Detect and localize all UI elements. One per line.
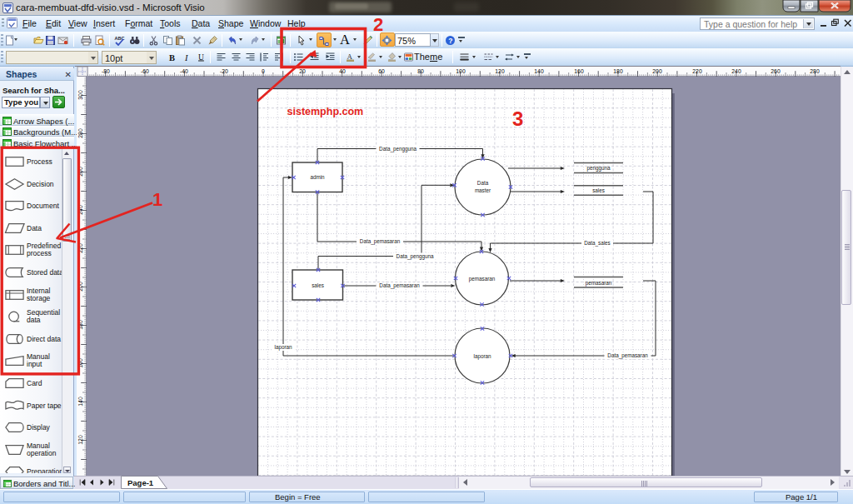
svg-text:280: 280 xyxy=(810,68,820,74)
svg-text:laporan: laporan xyxy=(274,344,292,351)
svg-text:280: 280 xyxy=(77,128,83,138)
svg-text:-60: -60 xyxy=(141,68,149,74)
svg-text:160: 160 xyxy=(574,68,584,74)
svg-text:Data_pemasaran: Data_pemasaran xyxy=(360,238,401,245)
svg-text:pemasaran: pemasaran xyxy=(586,280,612,287)
svg-text:pemasaran: pemasaran xyxy=(469,276,496,282)
svg-text:180: 180 xyxy=(77,320,83,330)
svg-text:20: 20 xyxy=(299,68,306,74)
svg-text:sales: sales xyxy=(312,282,324,288)
svg-text:pengguna: pengguna xyxy=(586,165,611,172)
svg-text:admin: admin xyxy=(310,174,325,180)
svg-text:0: 0 xyxy=(262,68,265,74)
svg-text:Data_pemasaran: Data_pemasaran xyxy=(379,282,420,289)
svg-text:40: 40 xyxy=(339,68,346,74)
svg-text:-40: -40 xyxy=(180,68,188,74)
svg-text:60: 60 xyxy=(378,68,385,74)
svg-text:200: 200 xyxy=(77,282,83,292)
svg-text:260: 260 xyxy=(771,68,781,74)
svg-text:160: 160 xyxy=(77,358,83,368)
svg-text:I: I xyxy=(184,53,188,62)
svg-text:220: 220 xyxy=(692,68,702,74)
svg-text:Data: Data xyxy=(477,180,489,186)
svg-text:3: 3 xyxy=(512,107,523,130)
svg-text:B: B xyxy=(169,53,175,62)
svg-text:sistemphp.com: sistemphp.com xyxy=(287,106,364,117)
svg-text:Data_pengguna: Data_pengguna xyxy=(379,146,417,152)
svg-text:100: 100 xyxy=(456,68,466,74)
svg-text:-20: -20 xyxy=(220,68,228,74)
svg-text:80: 80 xyxy=(417,68,424,74)
svg-text:Data_pengguna: Data_pengguna xyxy=(397,253,434,260)
svg-text:Data_pemasaran: Data_pemasaran xyxy=(607,352,648,359)
svg-text:sales: sales xyxy=(592,187,605,193)
svg-text:220: 220 xyxy=(77,243,83,253)
svg-text:260: 260 xyxy=(77,167,83,177)
svg-text:A: A xyxy=(347,52,352,61)
svg-text:300: 300 xyxy=(77,90,83,100)
svg-text:-80: -80 xyxy=(102,68,110,74)
svg-text:U: U xyxy=(198,53,204,62)
svg-text:master: master xyxy=(475,187,491,193)
svg-text:120: 120 xyxy=(77,435,83,445)
svg-text:140: 140 xyxy=(534,68,544,74)
svg-text:laporan: laporan xyxy=(473,353,491,360)
svg-text:?: ? xyxy=(448,36,452,44)
svg-text:140: 140 xyxy=(77,397,83,407)
svg-text:Data_sales: Data_sales xyxy=(584,240,611,247)
svg-text:240: 240 xyxy=(77,205,83,215)
svg-text:200: 200 xyxy=(652,68,662,74)
svg-text:180: 180 xyxy=(613,68,623,74)
svg-text:120: 120 xyxy=(495,68,505,74)
svg-text:240: 240 xyxy=(731,68,741,74)
